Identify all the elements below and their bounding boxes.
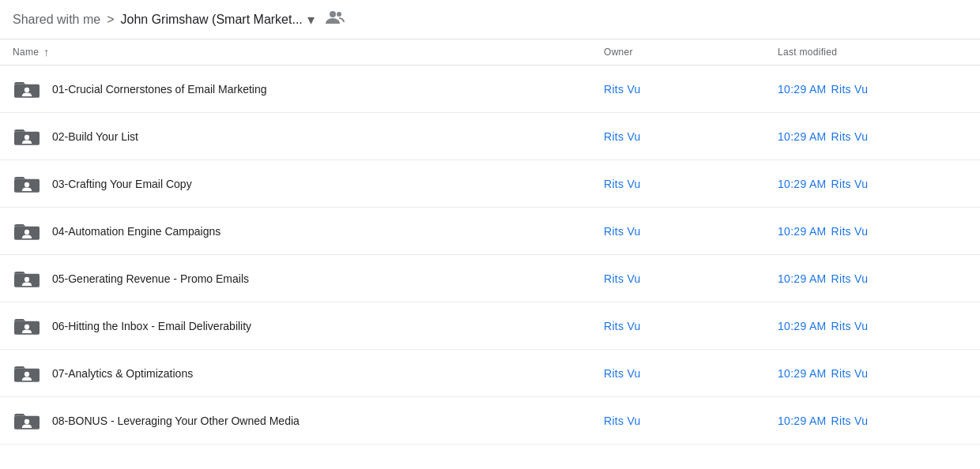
svg-point-15 [24,371,29,376]
svg-point-9 [24,229,29,234]
file-name-label: 03-Crafting Your Email Copy [52,178,192,190]
col-owner-header[interactable]: Owner [604,47,778,58]
row-modified-cell: 10:29 AM Rits Vu [778,130,967,143]
modified-by: Rits Vu [831,367,869,380]
row-modified-cell: 10:29 AM Rits Vu [778,272,967,285]
row-owner-cell: Rits Vu [604,83,778,96]
shared-folder-icon [13,122,41,151]
file-name-label: 02-Build Your List [52,130,138,143]
breadcrumb-separator: > [107,13,114,27]
modified-by: Rits Vu [831,130,869,143]
modified-by: Rits Vu [831,415,869,427]
row-name-cell: 08-BONUS - Leveraging Your Other Owned M… [13,407,604,435]
row-owner-cell: Rits Vu [604,130,778,143]
row-owner-cell: Rits Vu [604,272,778,285]
shared-folder-icon [13,359,41,388]
shared-folder-icon [13,265,41,293]
table-row[interactable]: 02-Build Your List Rits Vu 10:29 AM Rits… [0,113,980,160]
table-header: Name ↑ Owner Last modified [0,39,980,66]
col-owner-label: Owner [604,47,633,58]
row-name-cell: 05-Generating Revenue - Promo Emails [13,265,604,293]
modified-time: 10:29 AM [778,320,827,332]
svg-point-3 [24,87,29,92]
people-icon [326,9,345,29]
modified-by: Rits Vu [831,83,869,96]
table-body: 01-Crucial Cornerstones of Email Marketi… [0,66,980,445]
row-name-cell: 04-Automation Engine Campaigns [13,217,604,246]
chevron-down-icon: ▾ [307,11,315,28]
row-modified-cell: 10:29 AM Rits Vu [778,83,967,96]
shared-folder-icon [13,170,41,198]
table-row[interactable]: 05-Generating Revenue - Promo Emails Rit… [0,255,980,302]
modified-time: 10:29 AM [778,225,827,238]
shared-folder-icon [13,217,41,246]
svg-point-7 [24,182,29,186]
breadcrumb-current-folder[interactable]: John Grimshaw (Smart Market... ▾ [121,11,315,28]
modified-by: Rits Vu [831,225,869,238]
row-modified-cell: 10:29 AM Rits Vu [778,178,967,190]
modified-time: 10:29 AM [778,178,827,190]
row-owner-cell: Rits Vu [604,367,778,380]
file-name-label: 06-Hitting the Inbox - Email Deliverabil… [52,320,251,332]
file-name-label: 07-Analytics & Optimizations [52,367,193,380]
svg-point-5 [24,134,29,139]
row-modified-cell: 10:29 AM Rits Vu [778,415,967,427]
row-name-cell: 02-Build Your List [13,122,604,151]
modified-by: Rits Vu [831,272,869,285]
svg-point-11 [24,276,29,281]
table-row[interactable]: 04-Automation Engine Campaigns Rits Vu 1… [0,208,980,255]
row-name-cell: 03-Crafting Your Email Copy [13,170,604,198]
modified-time: 10:29 AM [778,83,827,96]
table-row[interactable]: 01-Crucial Cornerstones of Email Marketi… [0,66,980,113]
modified-time: 10:29 AM [778,367,827,380]
modified-time: 10:29 AM [778,272,827,285]
row-modified-cell: 10:29 AM Rits Vu [778,225,967,238]
shared-with-me-link[interactable]: Shared with me [13,13,100,27]
col-modified-header[interactable]: Last modified [778,47,967,58]
modified-time: 10:29 AM [778,130,827,143]
shared-folder-icon [13,407,41,435]
sort-ascending-icon: ↑ [43,46,49,58]
modified-by: Rits Vu [831,320,869,332]
svg-point-0 [330,11,336,17]
row-owner-cell: Rits Vu [604,225,778,238]
modified-time: 10:29 AM [778,415,827,427]
table-row[interactable]: 06-Hitting the Inbox - Email Deliverabil… [0,302,980,350]
row-owner-cell: Rits Vu [604,415,778,427]
row-owner-cell: Rits Vu [604,178,778,190]
row-name-cell: 01-Crucial Cornerstones of Email Marketi… [13,75,604,103]
file-name-label: 05-Generating Revenue - Promo Emails [52,272,249,285]
modified-by: Rits Vu [831,178,869,190]
table-row[interactable]: 03-Crafting Your Email Copy Rits Vu 10:2… [0,160,980,208]
row-owner-cell: Rits Vu [604,320,778,332]
row-modified-cell: 10:29 AM Rits Vu [778,320,967,332]
row-modified-cell: 10:29 AM Rits Vu [778,367,967,380]
row-name-cell: 06-Hitting the Inbox - Email Deliverabil… [13,312,604,340]
file-name-label: 01-Crucial Cornerstones of Email Marketi… [52,83,267,96]
svg-point-1 [337,12,341,17]
table-row[interactable]: 08-BONUS - Leveraging Your Other Owned M… [0,397,980,445]
file-name-label: 08-BONUS - Leveraging Your Other Owned M… [52,415,300,427]
col-modified-label: Last modified [778,47,837,58]
col-name-header[interactable]: Name ↑ [13,46,604,58]
breadcrumb: Shared with me > John Grimshaw (Smart Ma… [0,0,980,39]
breadcrumb-current-label: John Grimshaw (Smart Market... [121,13,303,27]
shared-folder-icon [13,75,41,103]
svg-point-13 [24,324,29,328]
row-name-cell: 07-Analytics & Optimizations [13,359,604,388]
col-name-label: Name [13,47,39,58]
file-name-label: 04-Automation Engine Campaigns [52,225,220,238]
shared-folder-icon [13,312,41,340]
svg-point-17 [24,418,29,423]
table-row[interactable]: 07-Analytics & Optimizations Rits Vu 10:… [0,350,980,397]
